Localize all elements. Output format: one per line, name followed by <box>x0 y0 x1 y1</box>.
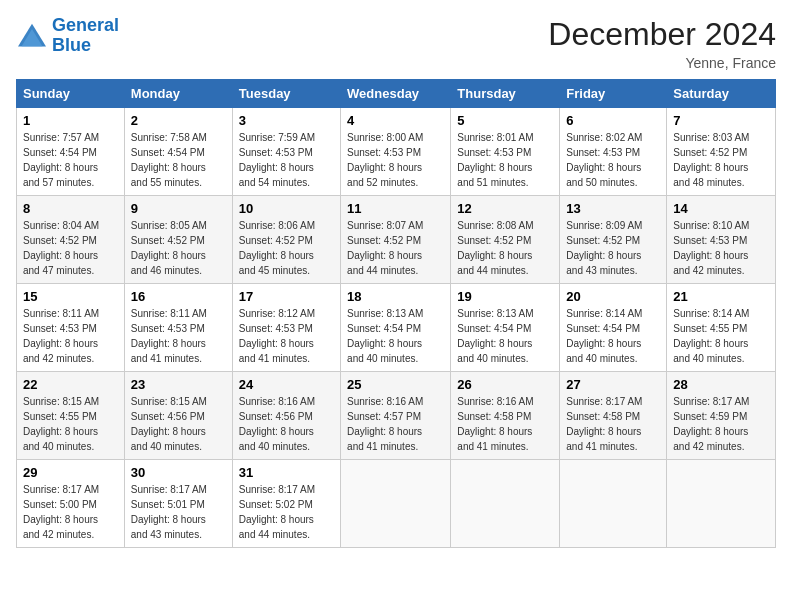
day-info: Sunrise: 8:10 AM Sunset: 4:53 PM Dayligh… <box>673 218 769 278</box>
day-number: 20 <box>566 289 660 304</box>
calendar-cell: 13Sunrise: 8:09 AM Sunset: 4:52 PM Dayli… <box>560 196 667 284</box>
day-number: 14 <box>673 201 769 216</box>
day-number: 30 <box>131 465 226 480</box>
calendar-cell: 1Sunrise: 7:57 AM Sunset: 4:54 PM Daylig… <box>17 108 125 196</box>
calendar-cell: 17Sunrise: 8:12 AM Sunset: 4:53 PM Dayli… <box>232 284 340 372</box>
page-header: General Blue December 2024 Yenne, France <box>16 16 776 71</box>
day-info: Sunrise: 8:12 AM Sunset: 4:53 PM Dayligh… <box>239 306 334 366</box>
calendar-title: December 2024 <box>548 16 776 53</box>
calendar-cell: 6Sunrise: 8:02 AM Sunset: 4:53 PM Daylig… <box>560 108 667 196</box>
day-number: 6 <box>566 113 660 128</box>
calendar-cell: 10Sunrise: 8:06 AM Sunset: 4:52 PM Dayli… <box>232 196 340 284</box>
calendar-cell: 29Sunrise: 8:17 AM Sunset: 5:00 PM Dayli… <box>17 460 125 548</box>
calendar-cell <box>451 460 560 548</box>
title-block: December 2024 Yenne, France <box>548 16 776 71</box>
day-number: 3 <box>239 113 334 128</box>
calendar-cell: 31Sunrise: 8:17 AM Sunset: 5:02 PM Dayli… <box>232 460 340 548</box>
day-number: 1 <box>23 113 118 128</box>
calendar-cell: 22Sunrise: 8:15 AM Sunset: 4:55 PM Dayli… <box>17 372 125 460</box>
calendar-cell <box>560 460 667 548</box>
day-info: Sunrise: 8:14 AM Sunset: 4:54 PM Dayligh… <box>566 306 660 366</box>
day-info: Sunrise: 8:15 AM Sunset: 4:55 PM Dayligh… <box>23 394 118 454</box>
day-number: 27 <box>566 377 660 392</box>
calendar-cell: 16Sunrise: 8:11 AM Sunset: 4:53 PM Dayli… <box>124 284 232 372</box>
day-number: 23 <box>131 377 226 392</box>
calendar-cell: 24Sunrise: 8:16 AM Sunset: 4:56 PM Dayli… <box>232 372 340 460</box>
col-header-friday: Friday <box>560 80 667 108</box>
day-number: 17 <box>239 289 334 304</box>
day-number: 18 <box>347 289 444 304</box>
day-info: Sunrise: 8:14 AM Sunset: 4:55 PM Dayligh… <box>673 306 769 366</box>
day-info: Sunrise: 8:13 AM Sunset: 4:54 PM Dayligh… <box>457 306 553 366</box>
day-info: Sunrise: 8:11 AM Sunset: 4:53 PM Dayligh… <box>23 306 118 366</box>
calendar-cell: 12Sunrise: 8:08 AM Sunset: 4:52 PM Dayli… <box>451 196 560 284</box>
calendar-subtitle: Yenne, France <box>548 55 776 71</box>
day-number: 25 <box>347 377 444 392</box>
day-info: Sunrise: 8:08 AM Sunset: 4:52 PM Dayligh… <box>457 218 553 278</box>
calendar-cell: 21Sunrise: 8:14 AM Sunset: 4:55 PM Dayli… <box>667 284 776 372</box>
calendar-cell <box>667 460 776 548</box>
day-info: Sunrise: 8:04 AM Sunset: 4:52 PM Dayligh… <box>23 218 118 278</box>
day-info: Sunrise: 8:15 AM Sunset: 4:56 PM Dayligh… <box>131 394 226 454</box>
logo: General Blue <box>16 16 119 56</box>
day-info: Sunrise: 8:11 AM Sunset: 4:53 PM Dayligh… <box>131 306 226 366</box>
calendar-cell: 2Sunrise: 7:58 AM Sunset: 4:54 PM Daylig… <box>124 108 232 196</box>
day-number: 16 <box>131 289 226 304</box>
day-info: Sunrise: 8:13 AM Sunset: 4:54 PM Dayligh… <box>347 306 444 366</box>
day-info: Sunrise: 8:17 AM Sunset: 4:59 PM Dayligh… <box>673 394 769 454</box>
calendar-cell: 18Sunrise: 8:13 AM Sunset: 4:54 PM Dayli… <box>341 284 451 372</box>
calendar-cell: 4Sunrise: 8:00 AM Sunset: 4:53 PM Daylig… <box>341 108 451 196</box>
day-number: 21 <box>673 289 769 304</box>
calendar-cell: 26Sunrise: 8:16 AM Sunset: 4:58 PM Dayli… <box>451 372 560 460</box>
logo-text: General Blue <box>52 16 119 56</box>
col-header-sunday: Sunday <box>17 80 125 108</box>
calendar-cell <box>341 460 451 548</box>
calendar-cell: 9Sunrise: 8:05 AM Sunset: 4:52 PM Daylig… <box>124 196 232 284</box>
day-info: Sunrise: 8:16 AM Sunset: 4:57 PM Dayligh… <box>347 394 444 454</box>
day-info: Sunrise: 8:17 AM Sunset: 5:01 PM Dayligh… <box>131 482 226 542</box>
day-info: Sunrise: 8:17 AM Sunset: 4:58 PM Dayligh… <box>566 394 660 454</box>
day-number: 12 <box>457 201 553 216</box>
day-info: Sunrise: 8:07 AM Sunset: 4:52 PM Dayligh… <box>347 218 444 278</box>
calendar-cell: 27Sunrise: 8:17 AM Sunset: 4:58 PM Dayli… <box>560 372 667 460</box>
day-info: Sunrise: 8:01 AM Sunset: 4:53 PM Dayligh… <box>457 130 553 190</box>
day-number: 10 <box>239 201 334 216</box>
day-number: 5 <box>457 113 553 128</box>
calendar-cell: 19Sunrise: 8:13 AM Sunset: 4:54 PM Dayli… <box>451 284 560 372</box>
calendar-cell: 7Sunrise: 8:03 AM Sunset: 4:52 PM Daylig… <box>667 108 776 196</box>
col-header-saturday: Saturday <box>667 80 776 108</box>
logo-icon <box>16 22 48 50</box>
day-number: 26 <box>457 377 553 392</box>
day-number: 4 <box>347 113 444 128</box>
day-number: 24 <box>239 377 334 392</box>
day-info: Sunrise: 8:06 AM Sunset: 4:52 PM Dayligh… <box>239 218 334 278</box>
calendar-cell: 28Sunrise: 8:17 AM Sunset: 4:59 PM Dayli… <box>667 372 776 460</box>
calendar-cell: 11Sunrise: 8:07 AM Sunset: 4:52 PM Dayli… <box>341 196 451 284</box>
day-info: Sunrise: 8:16 AM Sunset: 4:58 PM Dayligh… <box>457 394 553 454</box>
day-info: Sunrise: 7:58 AM Sunset: 4:54 PM Dayligh… <box>131 130 226 190</box>
day-info: Sunrise: 8:09 AM Sunset: 4:52 PM Dayligh… <box>566 218 660 278</box>
calendar-cell: 3Sunrise: 7:59 AM Sunset: 4:53 PM Daylig… <box>232 108 340 196</box>
day-number: 19 <box>457 289 553 304</box>
day-number: 11 <box>347 201 444 216</box>
day-info: Sunrise: 8:17 AM Sunset: 5:00 PM Dayligh… <box>23 482 118 542</box>
day-number: 29 <box>23 465 118 480</box>
day-number: 15 <box>23 289 118 304</box>
day-number: 28 <box>673 377 769 392</box>
calendar-cell: 8Sunrise: 8:04 AM Sunset: 4:52 PM Daylig… <box>17 196 125 284</box>
calendar-cell: 14Sunrise: 8:10 AM Sunset: 4:53 PM Dayli… <box>667 196 776 284</box>
day-info: Sunrise: 8:05 AM Sunset: 4:52 PM Dayligh… <box>131 218 226 278</box>
calendar-cell: 23Sunrise: 8:15 AM Sunset: 4:56 PM Dayli… <box>124 372 232 460</box>
calendar-cell: 15Sunrise: 8:11 AM Sunset: 4:53 PM Dayli… <box>17 284 125 372</box>
calendar-cell: 25Sunrise: 8:16 AM Sunset: 4:57 PM Dayli… <box>341 372 451 460</box>
col-header-thursday: Thursday <box>451 80 560 108</box>
calendar-table: SundayMondayTuesdayWednesdayThursdayFrid… <box>16 79 776 548</box>
day-number: 9 <box>131 201 226 216</box>
day-info: Sunrise: 8:03 AM Sunset: 4:52 PM Dayligh… <box>673 130 769 190</box>
col-header-wednesday: Wednesday <box>341 80 451 108</box>
day-info: Sunrise: 8:00 AM Sunset: 4:53 PM Dayligh… <box>347 130 444 190</box>
col-header-monday: Monday <box>124 80 232 108</box>
day-number: 7 <box>673 113 769 128</box>
day-number: 13 <box>566 201 660 216</box>
day-number: 31 <box>239 465 334 480</box>
